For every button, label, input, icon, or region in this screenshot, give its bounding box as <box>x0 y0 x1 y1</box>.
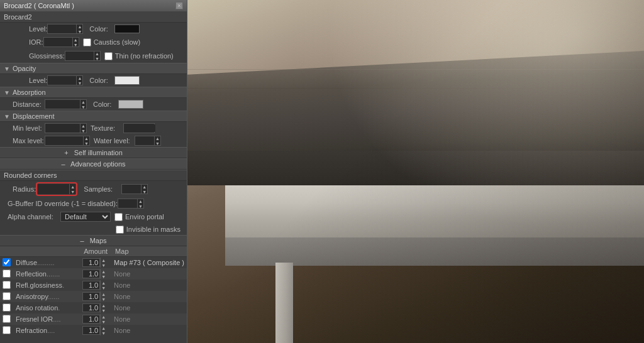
level-up[interactable]: ▲ <box>77 24 82 29</box>
absorption-distance-input[interactable]: 0.0cm <box>45 101 80 108</box>
displacement-max-down[interactable]: ▼ <box>84 141 89 146</box>
map-amount-down-6[interactable]: ▼ <box>101 330 106 335</box>
map-amount-up-2[interactable]: ▲ <box>101 280 106 285</box>
opacity-level-down[interactable]: ▼ <box>77 80 82 85</box>
caustics-checkbox[interactable] <box>83 38 91 46</box>
displacement-min-input[interactable]: 0.0cm <box>45 124 80 132</box>
samples-input[interactable]: 10 <box>122 185 141 193</box>
map-amount-input-6[interactable] <box>82 326 100 335</box>
alpha-select[interactable]: Default <box>60 212 111 222</box>
invisible-checkbox[interactable] <box>116 226 124 234</box>
map-amount-input-0[interactable] <box>82 258 100 267</box>
gbuffer-down[interactable]: ▼ <box>138 204 143 209</box>
opacity-level-up[interactable]: ▲ <box>77 75 82 80</box>
map-amount-up-0[interactable]: ▲ <box>101 258 106 263</box>
absorption-distance-up[interactable]: ▲ <box>80 99 86 104</box>
ior-down[interactable]: ▼ <box>73 42 79 47</box>
displacement-section-header[interactable]: ▼ Displacement <box>0 111 187 122</box>
displacement-max-up[interactable]: ▲ <box>84 136 89 141</box>
map-checkbox-1[interactable] <box>3 270 11 278</box>
level-arrows[interactable]: ▲ ▼ <box>76 24 82 34</box>
opacity-section-header[interactable]: ▼ Opacity <box>0 63 187 74</box>
glossiness-input[interactable]: 1.0 <box>65 52 94 60</box>
map-checkbox-6[interactable] <box>3 326 11 334</box>
absorption-distance-spinner[interactable]: 0.0cm ▲ ▼ <box>45 99 87 109</box>
map-amount-input-3[interactable] <box>82 292 100 301</box>
gbuffer-up[interactable]: ▲ <box>138 199 143 204</box>
level-spinner[interactable]: 1.0 ▲ ▼ <box>47 24 83 34</box>
map-amount-down-3[interactable]: ▼ <box>101 297 106 302</box>
water-up[interactable]: ▲ <box>155 136 160 141</box>
radius-down[interactable]: ▼ <box>70 189 75 194</box>
map-amount-down-1[interactable]: ▼ <box>101 274 106 279</box>
samples-down[interactable]: ▼ <box>142 189 147 194</box>
level-down[interactable]: ▼ <box>77 29 82 34</box>
absorption-distance-down[interactable]: ▼ <box>80 104 86 109</box>
advanced-options-header[interactable]: – Advanced options <box>0 158 187 170</box>
absorption-distance-arrows[interactable]: ▲ ▼ <box>80 99 86 109</box>
gbuffer-input[interactable]: -1 <box>118 200 137 207</box>
displacement-min-up[interactable]: ▲ <box>80 123 86 128</box>
opacity-color-swatch[interactable] <box>114 76 140 85</box>
map-amount-down-0[interactable]: ▼ <box>101 263 106 268</box>
map-amount-up-6[interactable]: ▲ <box>101 325 106 330</box>
close-button[interactable]: × <box>175 2 183 9</box>
gbuffer-arrows[interactable]: ▲ ▼ <box>137 199 143 209</box>
samples-up[interactable]: ▲ <box>142 184 147 189</box>
maps-section-header[interactable]: – Maps <box>0 235 187 246</box>
water-arrows[interactable]: ▲ ▼ <box>154 136 160 146</box>
water-input[interactable]: 0.0 <box>135 137 154 144</box>
absorption-color-swatch[interactable] <box>118 100 143 109</box>
map-checkbox-4[interactable] <box>3 303 11 312</box>
map-map-0[interactable]: Map #73 ( Composite ) <box>111 257 187 269</box>
level-input[interactable]: 1.0 <box>48 25 76 33</box>
opacity-level-input[interactable]: 1.0 <box>48 77 76 84</box>
map-amount-input-5[interactable] <box>82 315 100 324</box>
displacement-max-arrows[interactable]: ▲ ▼ <box>83 136 89 146</box>
displacement-min-spinner[interactable]: 0.0cm ▲ ▼ <box>45 123 87 133</box>
ior-up[interactable]: ▲ <box>73 37 79 42</box>
glossiness-arrows[interactable]: ▲ ▼ <box>94 51 100 61</box>
glossiness-spinner[interactable]: 1.0 ▲ ▼ <box>65 51 101 61</box>
map-amount-down-2[interactable]: ▼ <box>101 285 106 290</box>
glossiness-up[interactable]: ▲ <box>94 51 100 56</box>
map-amount-up-5[interactable]: ▲ <box>101 314 106 319</box>
map-amount-arrows-4[interactable]: ▲▼ <box>100 303 106 313</box>
map-checkbox-5[interactable] <box>3 315 11 323</box>
displacement-max-input[interactable]: 10000.0 <box>45 137 83 144</box>
self-illumination-header[interactable]: + Self illumination <box>0 147 187 158</box>
map-amount-arrows-3[interactable]: ▲▼ <box>100 291 106 302</box>
water-spinner[interactable]: 0.0 ▲ ▼ <box>135 136 161 146</box>
map-amount-down-4[interactable]: ▼ <box>101 308 106 313</box>
map-amount-input-4[interactable] <box>82 303 100 312</box>
displacement-min-arrows[interactable]: ▲ ▼ <box>80 123 86 133</box>
ior-arrows[interactable]: ▲ ▼ <box>72 37 79 47</box>
glossiness-down[interactable]: ▼ <box>94 56 100 61</box>
absorption-section-header[interactable]: ▼ Absorption <box>0 87 187 98</box>
water-down[interactable]: ▼ <box>155 141 160 146</box>
texture-input[interactable] <box>124 124 155 132</box>
map-amount-arrows-2[interactable]: ▲▼ <box>100 280 106 290</box>
map-amount-input-1[interactable] <box>82 270 100 278</box>
map-amount-input-2[interactable] <box>82 281 100 290</box>
map-checkbox-0[interactable] <box>3 258 11 266</box>
map-amount-up-4[interactable]: ▲ <box>101 303 106 308</box>
enviro-checkbox[interactable] <box>114 213 123 221</box>
map-amount-up-3[interactable]: ▲ <box>101 291 106 297</box>
map-amount-arrows-5[interactable]: ▲▼ <box>100 314 106 324</box>
map-amount-up-1[interactable]: ▲ <box>101 269 106 274</box>
samples-arrows[interactable]: ▲ ▼ <box>141 184 147 194</box>
ior-input[interactable]: 1.6 <box>44 38 72 46</box>
map-amount-arrows-0[interactable]: ▲▼ <box>100 258 106 268</box>
opacity-level-arrows[interactable]: ▲ ▼ <box>76 75 82 85</box>
radius-up[interactable]: ▲ <box>70 184 75 189</box>
texture-field[interactable] <box>123 123 155 133</box>
thin-checkbox[interactable] <box>104 52 113 60</box>
radius-input[interactable]: 0.0cm <box>38 185 69 193</box>
displacement-min-down[interactable]: ▼ <box>80 128 86 133</box>
map-amount-arrows-1[interactable]: ▲▼ <box>100 269 106 279</box>
map-amount-down-5[interactable]: ▼ <box>101 319 106 324</box>
displacement-max-spinner[interactable]: 10000.0 ▲ ▼ <box>45 136 90 146</box>
opacity-level-spinner[interactable]: 1.0 ▲ ▼ <box>47 75 83 85</box>
color-swatch-dark[interactable] <box>114 24 140 33</box>
